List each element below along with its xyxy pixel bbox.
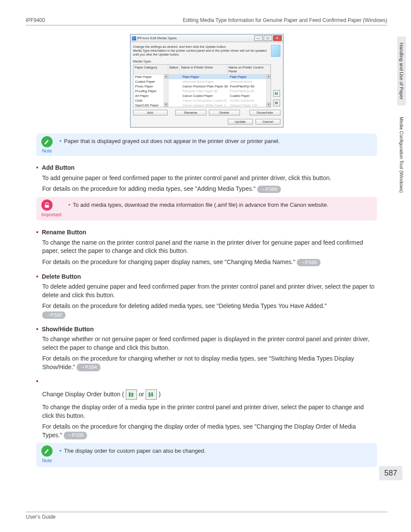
col-panel: Name on Printer Control Panel xyxy=(227,65,271,75)
link-p588[interactable]: →P.588 xyxy=(257,186,280,193)
printer-icon xyxy=(271,45,280,57)
note-grayed-out: Note Paper that is displayed grayed out … xyxy=(36,134,377,156)
media-type-list[interactable]: Paper Category Status Name in Printer Dr… xyxy=(133,64,271,107)
header-left: iPF9400 xyxy=(26,17,45,23)
page-header: iPF9400 Editing Media Type Information f… xyxy=(26,17,387,25)
add-button[interactable]: Add xyxy=(133,110,168,115)
section-rename: Rename Button To change the name on the … xyxy=(36,228,377,266)
table-row[interactable]: Canon Opaque White Paper 1…Opaque Paper … xyxy=(168,103,266,107)
section-delete: Delete Button To delete added genuine pa… xyxy=(36,273,377,319)
maximize-button[interactable]: ▭ xyxy=(264,35,272,41)
svg-rect-1 xyxy=(275,102,276,104)
dialog-help-text: Change the settings as desired, and then… xyxy=(133,45,269,57)
dialog-app-icon xyxy=(132,36,136,40)
page-number: 587 xyxy=(379,466,402,480)
link-p592[interactable]: →P.592 xyxy=(42,311,65,319)
important-amf: Important To add media types, download t… xyxy=(36,197,377,221)
table-row[interactable]: Canon Coated PaperCoated Paper xyxy=(168,93,266,98)
table-row[interactable]: Premium Plain Paper 80PremPlainPpr 80 xyxy=(168,89,266,93)
dialog-title: iPFxxxx Edit Media Types xyxy=(137,36,177,40)
note-icon xyxy=(41,136,53,147)
section-showhide: Show/Hide Button To change whether or no… xyxy=(36,325,377,372)
note-text: Paper that is displayed grayed out does … xyxy=(59,138,280,144)
side-tab-mct: Media Configuration Tool (Windows) xyxy=(397,111,406,199)
delete-button[interactable]: Delete xyxy=(209,110,240,115)
table-row[interactable]: Universal Bond PaperUniversal Bond xyxy=(168,79,266,84)
table-row[interactable]: Canon Hi Resolution Coated B…Hi Res Ctd … xyxy=(168,98,266,103)
link-p594[interactable]: →P.594 xyxy=(77,364,100,371)
page: iPF9400 Editing Media Type Information f… xyxy=(0,0,411,532)
category-list[interactable]: Plain Paper Coated Paper Photo Paper Pro… xyxy=(134,75,164,107)
minimize-button[interactable]: — xyxy=(254,35,263,41)
move-down-button[interactable] xyxy=(273,100,280,106)
order-down-icon xyxy=(146,389,157,400)
order-up-icon xyxy=(126,389,137,400)
col-driver: Name in Printer Driver xyxy=(180,65,227,75)
svg-rect-0 xyxy=(275,92,276,95)
col-status: Status xyxy=(168,65,180,75)
header-right: Editing Media Type Information for Genui… xyxy=(183,17,387,23)
side-tabs: Handling and Use of Paper Media Configur… xyxy=(397,37,406,199)
note-text: The display order for custom paper can a… xyxy=(59,447,206,455)
section-add: Add Button To add genuine paper or feed … xyxy=(36,164,377,221)
important-icon xyxy=(41,199,53,211)
col-category: Paper Category xyxy=(134,65,168,75)
dialog-titlebar: iPFxxxx Edit Media Types — ▭ ✕ xyxy=(131,34,283,42)
media-type-label: Media Type: xyxy=(133,59,280,63)
table-row[interactable]: Canon Premium Plain Paper 80PremPlainPpr… xyxy=(168,84,266,89)
section-display-order: Change Display Order button ( or ) To ch… xyxy=(36,377,377,467)
move-up-button[interactable] xyxy=(273,90,280,97)
important-text: To add media types, download the media i… xyxy=(68,201,328,209)
svg-rect-2 xyxy=(45,205,49,208)
link-p595[interactable]: →P.595 xyxy=(64,432,87,439)
edit-media-types-dialog: iPFxxxx Edit Media Types — ▭ ✕ Change th… xyxy=(130,34,283,128)
cancel-button[interactable]: Cancel xyxy=(255,119,280,124)
close-button[interactable]: ✕ xyxy=(273,35,282,41)
link-p590[interactable]: →P.590 xyxy=(297,259,320,266)
table-row[interactable]: Plain PaperPlain Paper xyxy=(168,75,266,79)
svg-rect-4 xyxy=(149,392,150,397)
showhide-button[interactable]: Show/Hide xyxy=(249,110,280,115)
rename-button[interactable]: Rename xyxy=(175,110,206,115)
side-tab-handling: Handling and Use of Paper xyxy=(397,37,406,106)
category-scrollbar[interactable]: ▴▾ xyxy=(164,75,168,107)
svg-rect-3 xyxy=(129,392,131,397)
update-button[interactable]: Update xyxy=(228,119,253,124)
footer: User's Guide xyxy=(26,512,387,520)
media-scrollbar[interactable]: ▴▾ xyxy=(266,75,271,107)
note-custom-order: Note The display order for custom paper … xyxy=(36,443,377,467)
note-icon xyxy=(41,445,53,457)
media-rows[interactable]: Plain PaperPlain PaperUniversal Bond Pap… xyxy=(168,75,266,107)
